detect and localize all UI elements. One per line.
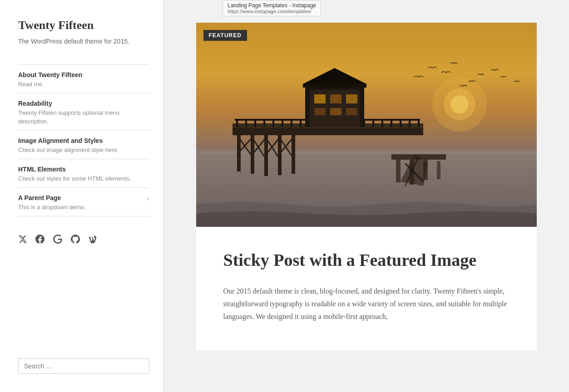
nav-item-desc-parent-page: This is a dropdown demo. <box>18 203 149 211</box>
nav-item-title-html-elements[interactable]: HTML Elements <box>18 166 149 173</box>
github-icon[interactable] <box>71 235 80 246</box>
nav-item-desc-about: Read me. <box>18 80 149 88</box>
svg-rect-49 <box>330 94 341 103</box>
svg-rect-41 <box>391 120 392 127</box>
nav-item-desc-readability: Twenty Fifteen supports optional menu de… <box>18 109 149 125</box>
tooltip-bar: Landing Page Templates - Instapage https… <box>223 0 321 16</box>
nav-item-title-readability[interactable]: Readability <box>18 100 149 107</box>
nav-item-parent-page: A Parent Page › This is a dropdown demo. <box>18 188 149 216</box>
svg-rect-53 <box>346 108 357 115</box>
svg-rect-5 <box>196 177 537 178</box>
svg-rect-30 <box>291 120 292 127</box>
tooltip-title: Landing Page Templates - Instapage <box>228 2 316 9</box>
svg-rect-39 <box>372 120 374 127</box>
nav-item-readability: Readability Twenty Fifteen supports opti… <box>18 93 149 130</box>
svg-rect-44 <box>418 120 420 127</box>
svg-rect-2 <box>196 152 537 153</box>
nav-item-desc-html-elements: Check out styles for some HTML elements. <box>18 175 149 183</box>
svg-rect-50 <box>346 94 357 103</box>
featured-badge: FEATURED <box>203 30 247 41</box>
nav-item-title-image-alignment[interactable]: Image Alignment and Styles <box>18 137 149 144</box>
search-input[interactable] <box>18 358 149 374</box>
nav-menu: About Twenty Fifteen Read me. Readabilit… <box>18 64 149 216</box>
post-content-area: Sticky Post with a Featured Image Our 20… <box>196 227 537 350</box>
svg-rect-60 <box>437 161 440 179</box>
svg-rect-28 <box>272 120 274 127</box>
tooltip-url: https://www.instapage.com/templates/ <box>228 9 316 14</box>
svg-rect-15 <box>292 135 295 174</box>
svg-rect-48 <box>314 94 326 103</box>
nav-item-html-elements: HTML Elements Check out styles for some … <box>18 159 149 188</box>
nav-item-desc-image-alignment: Check out image alignment style here. <box>18 146 149 154</box>
svg-rect-27 <box>263 120 265 127</box>
svg-rect-42 <box>400 120 401 127</box>
nav-item-title-parent-page[interactable]: A Parent Page <box>18 194 61 201</box>
post-title: Sticky Post with a Featured Image <box>223 250 510 271</box>
twitter-icon[interactable] <box>18 235 27 246</box>
svg-rect-43 <box>409 120 411 127</box>
post-body: Our 2015 default theme is clean, blog-fo… <box>223 285 510 323</box>
site-description: The WordPress default theme for 2015. <box>18 37 149 46</box>
svg-rect-31 <box>300 120 302 127</box>
nav-item-title-about[interactable]: About Twenty Fifteen <box>18 71 149 78</box>
nav-item-image-alignment: Image Alignment and Styles Check out ima… <box>18 131 149 159</box>
svg-rect-57 <box>396 160 401 182</box>
site-title: Twenty Fifteen <box>18 18 149 32</box>
svg-rect-51 <box>314 108 326 115</box>
facebook-icon[interactable] <box>35 235 45 246</box>
svg-rect-9 <box>233 127 423 135</box>
svg-rect-54 <box>303 84 366 88</box>
svg-rect-26 <box>254 120 256 127</box>
svg-rect-29 <box>282 120 283 127</box>
main-content: FEATURED <box>163 0 569 392</box>
nav-item-about: About Twenty Fifteen Read me. <box>18 65 149 93</box>
dropdown-arrow-parent-page[interactable]: › <box>147 195 149 203</box>
svg-rect-40 <box>381 120 383 127</box>
svg-rect-52 <box>330 108 341 115</box>
svg-rect-4 <box>196 168 537 169</box>
svg-point-8 <box>450 95 469 113</box>
svg-rect-25 <box>245 120 247 127</box>
featured-image <box>196 23 537 227</box>
googleplus-icon[interactable] <box>53 235 63 246</box>
svg-rect-24 <box>236 120 238 127</box>
featured-image-wrapper: FEATURED <box>196 23 537 227</box>
svg-rect-3 <box>196 159 537 160</box>
wordpress-icon[interactable] <box>88 235 97 246</box>
social-icons <box>18 235 149 246</box>
search-container <box>18 358 149 374</box>
sidebar: Twenty Fifteen The WordPress default the… <box>0 0 163 392</box>
